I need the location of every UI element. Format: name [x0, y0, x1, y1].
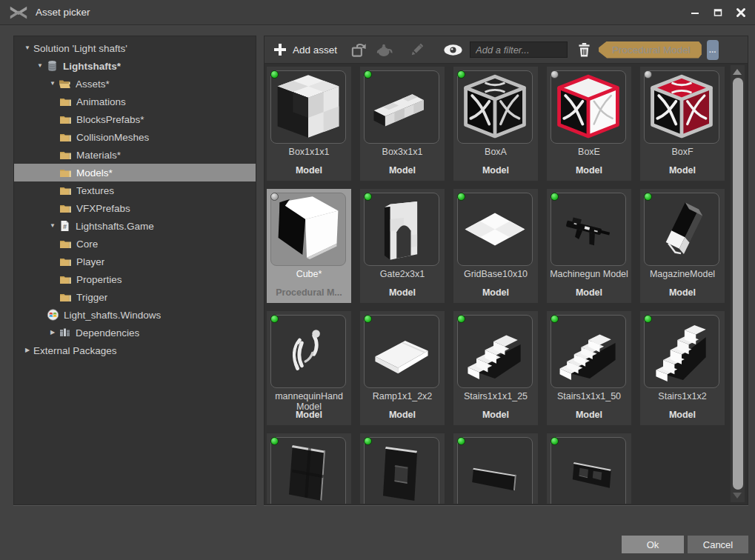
folder-icon: [59, 167, 72, 179]
asset-name: BoxF: [642, 147, 723, 157]
tree-item-vfxprefabs[interactable]: VFXPrefabs: [14, 199, 256, 217]
asset-tile-boxa[interactable]: BoxAModel: [453, 67, 538, 181]
asset-thumbnail: [457, 437, 533, 504]
status-dot-green: [364, 70, 372, 79]
folder-icon: [59, 96, 72, 107]
asset-tile-stairs1x1x2[interactable]: Stairs1x1x2Model: [640, 311, 725, 425]
asset-thumbnail: [644, 193, 719, 266]
status-dot-green: [270, 437, 279, 445]
expand-arrow-icon[interactable]: ▶: [21, 341, 33, 359]
scroll-down-button[interactable]: [733, 493, 742, 499]
asset-thumbnail: [457, 193, 533, 266]
asset-tile-partial[interactable]: [453, 433, 538, 504]
asset-tile-cube[interactable]: Cube*Procedural M...: [267, 189, 351, 303]
asset-tile-boxf[interactable]: BoxFModel: [640, 67, 725, 181]
filter-tag-procedural-model[interactable]: Procedural Model: [599, 41, 702, 59]
tree-item-solution-light-shafts[interactable]: ▼Solution 'Light shafts': [14, 39, 256, 57]
asset-type: Model: [548, 287, 630, 299]
app-logo-icon: [8, 4, 29, 20]
tree-item-label: CollisionMeshes: [76, 132, 149, 143]
asset-type: Model: [455, 165, 536, 176]
folder-icon: [59, 291, 72, 303]
asset-thumbnail: [270, 193, 346, 266]
tree-item-label: Player: [76, 256, 104, 267]
solution-tree: ▼Solution 'Light shafts'▼Lightshafts*▼As…: [14, 36, 256, 359]
folder-icon: [59, 238, 72, 250]
tree-item-label: VFXPrefabs: [76, 203, 130, 214]
asset-tile-stairs1x1x1-25[interactable]: Stairs1x1x1_25Model: [453, 311, 538, 425]
reimport-icon[interactable]: [350, 41, 367, 59]
status-dot-green: [457, 193, 465, 201]
collapse-arrow-icon[interactable]: ▼: [21, 39, 33, 57]
asset-tile-mannequinhand-model[interactable]: mannequinHand ModelModel: [267, 311, 351, 425]
minimize-button[interactable]: [689, 7, 700, 18]
asset-name: Stairs1x1x1_50: [548, 391, 630, 401]
scrollbar-thumb[interactable]: [733, 78, 743, 490]
status-dot-green: [270, 70, 279, 79]
add-asset-button[interactable]: Add asset: [270, 41, 340, 58]
tree-item-external-packages[interactable]: ▶External Packages: [14, 341, 256, 359]
scroll-up-button[interactable]: [733, 69, 742, 75]
asset-tile-gate2x3x1[interactable]: Gate2x3x1Model: [360, 189, 445, 303]
tree-item-trigger[interactable]: Trigger: [14, 288, 256, 306]
asset-tile-partial[interactable]: [267, 433, 351, 504]
tree-item-materials[interactable]: Materials*: [14, 146, 256, 164]
teapot-sample-icon[interactable]: [375, 41, 394, 58]
close-button[interactable]: [735, 7, 746, 18]
asset-type: Model: [362, 165, 443, 176]
tree-item-label: Textures: [76, 185, 114, 196]
tree-item-core[interactable]: Core: [14, 235, 256, 253]
add-asset-label: Add asset: [293, 44, 337, 56]
asset-tile-gridbase10x10[interactable]: GridBase10x10Model: [453, 189, 538, 303]
visibility-eye-icon[interactable]: [443, 44, 463, 56]
asset-thumbnail: [551, 315, 626, 388]
asset-tile-partial[interactable]: [547, 433, 631, 504]
filter-input[interactable]: [470, 41, 568, 58]
tree-item-animations[interactable]: Animations: [14, 93, 256, 110]
vertical-scrollbar[interactable]: [731, 65, 745, 502]
tree-item-player[interactable]: Player: [14, 253, 256, 270]
folder-icon: [59, 256, 72, 267]
asset-tile-box3x1x1[interactable]: Box3x1x1Model: [360, 67, 445, 181]
asset-type: Model: [455, 410, 536, 421]
asset-tile-box1x1x1[interactable]: Box1x1x1Model: [267, 67, 351, 181]
tree-item-lightshafts[interactable]: ▼Lightshafts*: [14, 57, 256, 75]
tree-item-models[interactable]: Models*: [14, 164, 256, 181]
tree-item-blocksprefabs[interactable]: BlocksPrefabs*: [14, 110, 256, 128]
tree-item-lightshafts-game[interactable]: ▼#Lightshafts.Game: [14, 217, 256, 235]
folder-icon: [59, 149, 72, 161]
asset-tile-machinegun-model[interactable]: Machinegun ModelModel: [547, 189, 631, 303]
asset-grid-viewport: Box1x1x1ModelBox3x1x1ModelBoxAModelBoxEM…: [265, 64, 728, 504]
tree-item-label: Assets*: [76, 79, 110, 90]
titlebar[interactable]: Asset picker: [0, 0, 755, 25]
collapse-arrow-icon[interactable]: ▼: [34, 57, 46, 75]
edit-pencil-icon[interactable]: [408, 41, 425, 59]
tree-item-dependencies[interactable]: ▶Dependencies: [14, 324, 256, 341]
folder-icon: [59, 113, 72, 125]
asset-thumbnail: [551, 70, 626, 144]
maximize-button[interactable]: [712, 7, 723, 18]
asset-thumbnail: [364, 70, 439, 144]
tree-item-light-shafts-windows[interactable]: Light_shafts.Windows: [14, 306, 256, 324]
more-filters-button[interactable]: ...: [707, 40, 719, 60]
asset-tile-stairs1x1x1-50[interactable]: Stairs1x1x1_50Model: [547, 311, 631, 425]
ok-button[interactable]: Ok: [622, 536, 684, 553]
tree-item-collisionmeshes[interactable]: CollisionMeshes: [14, 128, 256, 146]
tree-item-assets[interactable]: ▼Assets*: [14, 75, 256, 93]
collapse-arrow-icon[interactable]: ▼: [47, 217, 59, 235]
asset-thumbnail: [270, 437, 346, 504]
tree-item-label: Dependencies: [76, 327, 139, 339]
expand-arrow-icon[interactable]: ▶: [47, 324, 59, 341]
collapse-arrow-icon[interactable]: ▼: [47, 75, 59, 93]
tree-item-properties[interactable]: Properties: [14, 270, 256, 288]
asset-tile-magazinemodel[interactable]: MagazineModelModel: [640, 189, 725, 303]
asset-tile-ramp1x1-2x2[interactable]: Ramp1x1_2x2Model: [360, 311, 445, 425]
asset-thumbnail: [457, 70, 533, 144]
tree-item-textures[interactable]: Textures: [14, 181, 256, 199]
asset-tile-partial[interactable]: [360, 433, 445, 504]
asset-tile-boxe[interactable]: BoxEModel: [547, 67, 631, 181]
delete-trash-icon[interactable]: [578, 42, 591, 57]
asset-thumbnail: [270, 70, 346, 144]
cancel-button[interactable]: Cancel: [688, 536, 748, 553]
solution-explorer-panel: ▼Solution 'Light shafts'▼Lightshafts*▼As…: [13, 36, 256, 505]
